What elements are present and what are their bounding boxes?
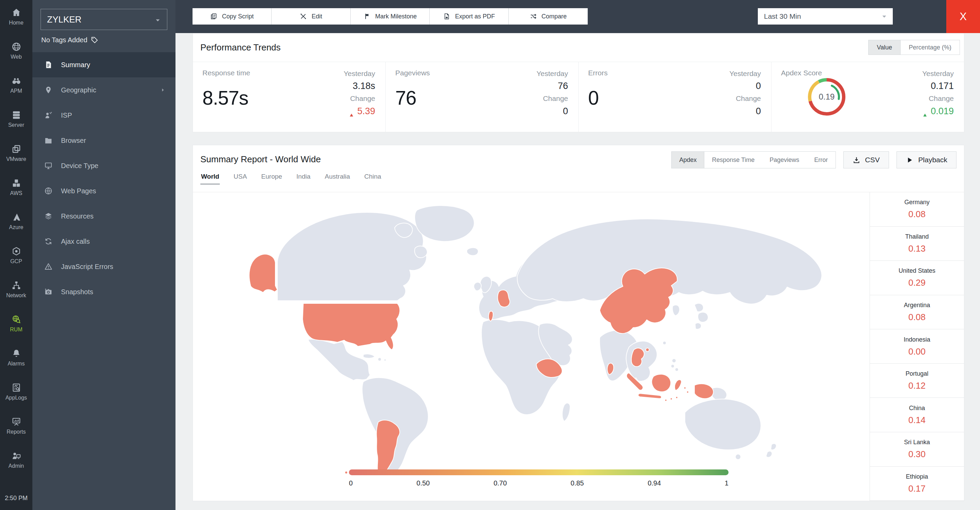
region-tab[interactable]: Europe bbox=[261, 173, 282, 185]
map-region-cuba[interactable] bbox=[363, 354, 375, 358]
toolbar-button[interactable]: Mark Milestone bbox=[351, 8, 430, 24]
map-country-alaska[interactable] bbox=[249, 254, 277, 293]
toolbar-button[interactable]: Copy Script bbox=[192, 8, 272, 24]
rail-item[interactable]: VMware bbox=[0, 144, 32, 178]
map-region-philippines[interactable] bbox=[675, 368, 678, 371]
binoculars-icon bbox=[11, 76, 21, 86]
metric-toggle-option[interactable]: Response Time bbox=[704, 152, 762, 168]
rail-item[interactable]: Home bbox=[0, 8, 32, 41]
map-country-indonesia-borneo[interactable] bbox=[652, 375, 671, 392]
country-row: Thailand 0.13 bbox=[870, 227, 964, 261]
map-region-tasmania[interactable] bbox=[735, 454, 741, 459]
map-region-ireland[interactable] bbox=[474, 282, 481, 291]
csv-export-button[interactable]: CSV bbox=[843, 151, 889, 168]
rail-item[interactable]: AppLogs bbox=[0, 382, 32, 417]
sidebar-item[interactable]: Summary bbox=[32, 52, 175, 77]
map-region-philippines[interactable] bbox=[672, 359, 676, 363]
map-region-madagascar[interactable] bbox=[562, 403, 570, 421]
sidebar-item[interactable]: Resources bbox=[32, 204, 175, 229]
country-row: United States 0.29 bbox=[870, 261, 964, 295]
main-area: Copy Script Edit Mark Milestone bbox=[175, 0, 980, 510]
sidebar-item[interactable]: Browser bbox=[32, 128, 175, 153]
map-region-arctic-island[interactable] bbox=[415, 246, 427, 258]
metric-toggle-option[interactable]: Pageviews bbox=[762, 152, 807, 168]
aws-icon bbox=[11, 178, 21, 188]
map-region-korea[interactable] bbox=[672, 305, 679, 316]
content: Performance Trends Value Percentage (%) … bbox=[175, 33, 980, 510]
playback-button[interactable]: Playback bbox=[897, 151, 956, 168]
metric-errors: Errors 0 Yesterday 0 Change 0 bbox=[578, 62, 771, 132]
sidebar-item[interactable]: Ajax calls bbox=[32, 229, 175, 254]
map-region-island[interactable] bbox=[384, 359, 386, 361]
map-region-new-zealand[interactable] bbox=[771, 443, 776, 449]
rail-item[interactable]: APM bbox=[0, 76, 32, 110]
metric-toggle-option[interactable]: Error bbox=[807, 152, 835, 168]
map-region-australia[interactable] bbox=[685, 399, 761, 449]
region-tab[interactable]: USA bbox=[234, 173, 247, 185]
scale-tick: 0 bbox=[349, 479, 353, 487]
toolbar-button[interactable]: Export as PDF bbox=[430, 8, 509, 24]
rail-item[interactable]: RUM bbox=[0, 314, 32, 348]
time-range-dropdown[interactable]: Last 30 Min bbox=[758, 8, 893, 24]
country-row: Germany 0.08 bbox=[870, 192, 964, 227]
sidebar-item[interactable]: ISP bbox=[32, 103, 175, 128]
region-tab[interactable]: World bbox=[201, 173, 219, 185]
toolbar-button[interactable]: Edit bbox=[272, 8, 351, 24]
sidebar-item[interactable]: Device Type bbox=[32, 153, 175, 178]
map-country-indonesia-island[interactable] bbox=[687, 391, 689, 393]
sidebar-item[interactable]: JavaScript Errors bbox=[32, 254, 175, 279]
monitor-dropdown[interactable]: ZYLKER bbox=[41, 9, 167, 30]
close-button[interactable]: X bbox=[946, 0, 980, 33]
rail-item[interactable]: Azure bbox=[0, 212, 32, 246]
map-country-indonesia-java[interactable] bbox=[638, 394, 662, 398]
map-country-hawaii[interactable] bbox=[345, 471, 348, 474]
map-country-indonesia-island[interactable] bbox=[670, 398, 672, 400]
rail-item[interactable]: Web bbox=[0, 41, 32, 76]
sidebar-item[interactable]: Web Pages bbox=[32, 178, 175, 204]
rail-item[interactable]: Network bbox=[0, 280, 32, 314]
arrow-up-icon bbox=[922, 108, 928, 114]
map-country-indonesia-island[interactable] bbox=[684, 387, 686, 389]
response-time-change: 5.39 bbox=[344, 105, 375, 118]
rail-item[interactable]: GCP bbox=[0, 246, 32, 280]
region-tab[interactable]: India bbox=[296, 173, 310, 185]
chevron-down-icon bbox=[154, 16, 162, 23]
map-country-indonesia-papua[interactable] bbox=[694, 384, 714, 398]
toggle-option[interactable]: Percentage (%) bbox=[900, 40, 959, 54]
map-region-taiwan[interactable] bbox=[663, 341, 666, 345]
region-tab[interactable]: Australia bbox=[325, 173, 350, 185]
rail-item[interactable]: Reports bbox=[0, 417, 32, 451]
tags-row[interactable]: No Tags Added bbox=[32, 30, 175, 48]
metric-toggle-option[interactable]: Apdex bbox=[671, 152, 704, 168]
map-country-indonesia-island[interactable] bbox=[676, 397, 678, 398]
toolbar-button[interactable]: Compare bbox=[509, 8, 588, 24]
map-region-new-zealand[interactable] bbox=[766, 451, 772, 457]
sidebar-item[interactable]: Geographic bbox=[32, 77, 175, 103]
map-region-iceland[interactable] bbox=[467, 248, 478, 256]
map-region-japan[interactable] bbox=[694, 303, 703, 312]
sidebar-menu: Summary Geographic ISP Browse bbox=[32, 52, 175, 304]
flag-icon bbox=[363, 13, 371, 20]
sidebar-item[interactable]: Snapshots bbox=[32, 279, 175, 304]
rail-item[interactable]: Alarms bbox=[0, 348, 32, 382]
map-region-philippines[interactable] bbox=[671, 365, 675, 368]
country-row: Ethiopia 0.17 bbox=[870, 467, 964, 501]
map-region-japan[interactable] bbox=[695, 323, 701, 329]
toolbar: Copy Script Edit Mark Milestone bbox=[192, 8, 588, 24]
map-region-greenland[interactable] bbox=[415, 206, 474, 241]
map-country-indonesia-island[interactable] bbox=[665, 399, 667, 401]
edit-icon bbox=[299, 13, 307, 20]
map-region-papua-new-guinea[interactable] bbox=[712, 387, 727, 400]
warning-icon bbox=[44, 262, 53, 271]
map-region-island[interactable] bbox=[378, 358, 381, 361]
map-country-indonesia-sulawesi[interactable] bbox=[675, 380, 681, 390]
rail-item[interactable]: Server bbox=[0, 110, 32, 144]
rail-item[interactable]: Admin bbox=[0, 451, 32, 485]
region-tab[interactable]: China bbox=[364, 173, 381, 185]
applogs-icon bbox=[11, 382, 21, 393]
globe-icon bbox=[11, 41, 21, 52]
map-country-hainan[interactable] bbox=[646, 348, 649, 351]
map-region-japan[interactable] bbox=[698, 312, 708, 322]
toggle-option[interactable]: Value bbox=[869, 40, 900, 54]
rail-item[interactable]: AWS bbox=[0, 178, 32, 212]
